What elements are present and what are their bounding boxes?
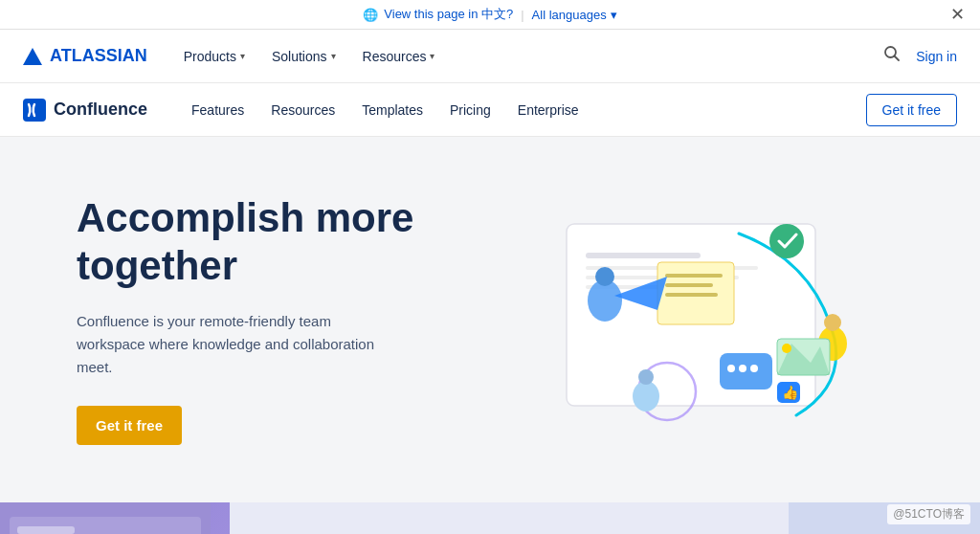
svg-point-28 xyxy=(782,344,791,353)
confluence-nav-links: Features Resources Templates Pricing Ent… xyxy=(178,83,866,137)
solutions-nav-item[interactable]: Solutions ▾ xyxy=(258,30,349,83)
screen-mock xyxy=(0,502,230,534)
hero-title: Accomplish more together xyxy=(77,194,479,291)
hero-description: Confluence is your remote-friendly team … xyxy=(77,310,402,379)
atlassian-navbar: ATLASSIAN Products ▾ Solutions ▾ Resourc… xyxy=(0,30,980,83)
confluence-navbar: Confluence Features Resources Templates … xyxy=(0,83,980,137)
separator: | xyxy=(521,8,523,22)
atlassian-logo[interactable]: ATLASSIAN xyxy=(23,46,147,66)
svg-rect-31 xyxy=(17,526,75,534)
hero-left: Accomplish more together Confluence is y… xyxy=(77,194,479,445)
enterprise-nav-item[interactable]: Enterprise xyxy=(504,83,592,137)
features-nav-item[interactable]: Features xyxy=(178,83,257,137)
atlassian-nav-links: Products ▾ Solutions ▾ Resources ▾ xyxy=(170,30,884,83)
hero-illustration: 👍 xyxy=(509,205,873,434)
chinese-language-link[interactable]: View this page in 中文? xyxy=(384,6,513,23)
svg-rect-9 xyxy=(665,283,713,287)
products-chevron-icon: ▾ xyxy=(240,51,245,61)
all-languages-link[interactable]: All languages ▾ xyxy=(532,8,617,22)
conf-resources-nav-item[interactable]: Resources xyxy=(257,83,348,137)
resources-chevron-icon: ▾ xyxy=(430,51,434,61)
svg-point-14 xyxy=(769,224,804,258)
search-icon xyxy=(883,45,901,62)
close-button[interactable]: ✕ xyxy=(950,4,965,25)
svg-rect-3 xyxy=(586,253,701,258)
search-button[interactable] xyxy=(883,45,901,67)
atlassian-logo-text: ATLASSIAN xyxy=(50,46,147,66)
watermark: @51CTO博客 xyxy=(887,504,970,524)
atlassian-nav-right: Sign in xyxy=(883,45,957,67)
bottom-text: See team collaboration come to life Watc… xyxy=(230,502,789,534)
confluence-logo[interactable]: Confluence xyxy=(23,99,147,122)
resources-nav-item[interactable]: Resources ▾ xyxy=(349,30,449,83)
confluence-get-free-button[interactable]: Get it free xyxy=(866,94,957,126)
svg-point-21 xyxy=(750,365,758,372)
top-banner: 🌐 View this page in 中文? | All languages … xyxy=(0,0,980,30)
svg-point-16 xyxy=(824,314,841,331)
svg-rect-8 xyxy=(665,274,723,278)
hero-cta-button[interactable]: Get it free xyxy=(77,406,182,445)
svg-text:👍: 👍 xyxy=(782,385,799,401)
products-nav-item[interactable]: Products ▾ xyxy=(170,30,258,83)
thumbnail-ui xyxy=(0,502,211,534)
hero-right: 👍 xyxy=(479,205,903,434)
svg-point-19 xyxy=(727,365,735,372)
svg-line-1 xyxy=(895,56,900,61)
video-thumbnail xyxy=(0,502,230,534)
svg-rect-18 xyxy=(720,353,772,389)
confluence-logo-icon xyxy=(23,99,46,122)
hero-section: Accomplish more together Confluence is y… xyxy=(0,137,980,502)
solutions-chevron-icon: ▾ xyxy=(331,51,336,61)
svg-point-12 xyxy=(595,267,614,286)
svg-point-20 xyxy=(739,365,746,372)
templates-nav-item[interactable]: Templates xyxy=(348,83,436,137)
svg-point-22 xyxy=(633,381,659,412)
globe-icon: 🌐 xyxy=(363,8,378,22)
atlassian-logo-icon xyxy=(23,48,42,65)
bottom-section: See team collaboration come to life Watc… xyxy=(0,502,980,534)
svg-point-23 xyxy=(638,369,654,385)
signin-link[interactable]: Sign in xyxy=(916,49,957,64)
pricing-nav-item[interactable]: Pricing xyxy=(436,83,504,137)
svg-rect-10 xyxy=(665,293,718,297)
illustration-svg: 👍 xyxy=(509,205,873,434)
